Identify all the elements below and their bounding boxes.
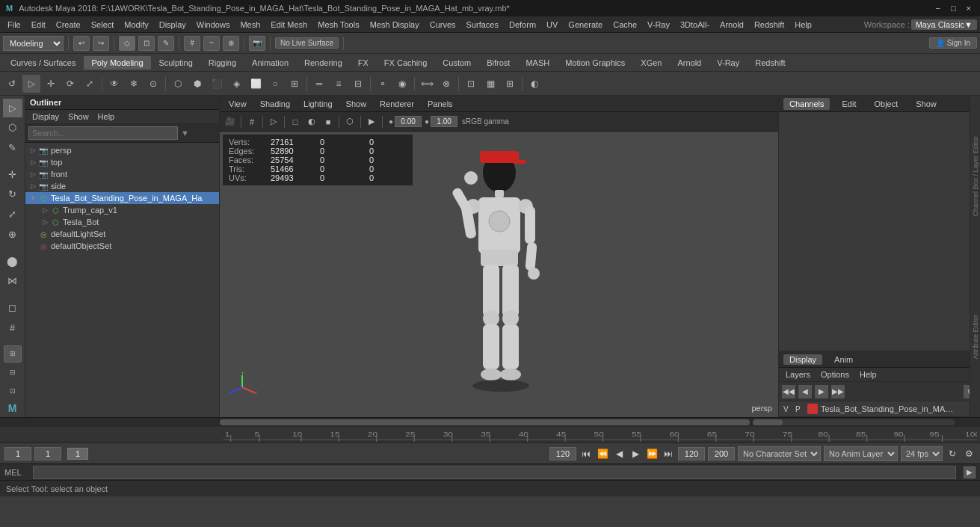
layer-nav-next2[interactable]: ▶▶ [831,385,845,398]
combine-btn[interactable]: ⬡ [169,75,187,93]
render-settings-btn[interactable]: ⊡ [4,382,22,399]
edge-ring-btn[interactable]: ≡ [330,75,348,93]
tab-mash[interactable]: MASH [518,56,557,70]
paint-btn[interactable]: ✎ [158,36,174,51]
tree-item-default-light-set[interactable]: ◎ defaultLightSet [25,228,219,240]
channels-object[interactable]: Object [868,98,904,110]
vp-grid-btn[interactable]: # [244,114,259,129]
anim-settings-btn[interactable]: ⚙ [962,447,976,460]
select-tool-btn[interactable]: ▷ [3,99,22,117]
show-hide-btn[interactable]: 👁 [105,75,123,93]
undo-btn[interactable]: ↩ [73,36,90,51]
current-frame-input[interactable] [4,447,31,460]
mirror-btn[interactable]: ⟺ [418,75,436,93]
tab-curves-surfaces[interactable]: Curves / Surfaces [3,56,83,70]
menu-redshift[interactable]: Redshift [750,19,789,31]
uv-snap-btn[interactable]: ⊞ [501,75,519,93]
menu-edit-mesh[interactable]: Edit Mesh [266,19,312,31]
select-mode-btn[interactable]: ◇ [119,36,135,51]
show-manipulator-btn[interactable]: ◻ [3,298,22,317]
tree-item-trump-cap[interactable]: ▷ ⬡ Trump_cap_v1 [25,204,219,216]
menu-display[interactable]: Display [155,19,191,31]
tab-motion-graphics[interactable]: Motion Graphics [558,56,632,70]
menu-uv[interactable]: UV [542,19,562,31]
grid-settings-btn[interactable]: ⊟ [4,364,22,381]
tab-fx-caching[interactable]: FX Caching [377,56,434,70]
snap-curve-btn[interactable]: ~ [203,36,220,51]
range-end-input[interactable] [549,447,576,460]
char-set-select[interactable]: No Character Set [738,446,821,461]
viewport-canvas[interactable]: Verts: 27161 0 0 Edges: 52890 0 0 Faces:… [220,132,778,417]
menu-vray[interactable]: V-Ray [643,19,674,31]
anim-next-frame-btn[interactable]: ⏩ [645,447,659,460]
minimize-btn[interactable]: − [932,4,943,13]
tab-poly-modeling[interactable]: Poly Modeling [84,56,150,70]
tree-item-front[interactable]: ▷ 📷 front [25,168,219,180]
tl-scroll-thumb[interactable] [220,419,750,425]
layer-item[interactable]: V P Tesla_Bot_Standing_Pose_in_MAGA_Hat [779,401,980,417]
layers-menu-layers[interactable]: Layers [782,369,814,380]
channels-edit[interactable]: Edit [836,98,862,110]
tab-animation[interactable]: Animation [244,56,296,70]
smooth-mesh-btn[interactable]: ◐ [526,75,543,93]
maximize-btn[interactable]: □ [948,4,959,13]
tl-scroll-track[interactable] [220,419,750,425]
uv-layout-btn[interactable]: ▦ [481,75,499,93]
tab-rendering[interactable]: Rendering [297,56,350,70]
sign-in-btn[interactable]: 👤 Sign In [929,37,977,49]
vp-menu-lighting[interactable]: Lighting [298,99,339,109]
search-input[interactable] [28,126,178,140]
center-pivot-btn[interactable]: ⊙ [144,75,162,93]
freeze-btn[interactable]: ❄ [125,75,143,93]
vp-gamma-input[interactable] [431,116,457,127]
anim-loop-btn[interactable]: ↻ [946,447,959,460]
menu-surfaces[interactable]: Surfaces [462,19,503,31]
outliner-menu-help[interactable]: Help [94,111,119,122]
separate-btn[interactable]: ⬢ [188,75,206,93]
layer-playback-toggle[interactable]: P [795,405,804,413]
boolean-btn[interactable]: ⊗ [437,75,455,93]
menu-mesh-tools[interactable]: Mesh Tools [313,19,363,31]
channels-show[interactable]: Show [910,98,943,110]
anim-play-btn[interactable]: ▶ [629,447,642,460]
extrude-btn[interactable]: ⬛ [208,75,226,93]
select-icon-btn[interactable]: ▷ [22,75,40,93]
tab-rigging[interactable]: Rigging [201,56,244,70]
anim-play-next-btn[interactable]: ⏭ [662,447,675,460]
tree-item-side[interactable]: ▷ 📷 side [25,180,219,192]
menu-mesh-display[interactable]: Mesh Display [366,19,424,31]
tree-item-tesla-root[interactable]: ▼ ⬡ Tesla_Bot_Standing_Pose_in_MAGA_Ha [25,192,219,204]
merge-btn[interactable]: ⊞ [286,75,303,93]
menu-mesh[interactable]: Mesh [235,19,265,31]
menu-3dtoall[interactable]: 3DtoAll- [676,19,714,31]
vp-menu-view[interactable]: View [223,99,253,109]
outliner-menu-display[interactable]: Display [28,111,63,122]
search-dropdown-icon[interactable]: ▼ [181,129,189,138]
snap-point-btn[interactable]: ⊕ [223,36,239,51]
scale-icon-btn[interactable]: ⤢ [81,75,99,93]
vp-menu-shading[interactable]: Shading [254,99,296,109]
menu-help[interactable]: Help [790,19,816,31]
refresh-icon-btn[interactable]: ↺ [3,75,21,93]
vp-wireframe-btn[interactable]: □ [288,114,303,129]
menu-cache[interactable]: Cache [608,19,641,31]
tab-custom[interactable]: Custom [435,56,478,70]
fill-hole-btn[interactable]: ○ [266,75,284,93]
workspace-value[interactable]: Maya Classic▼ [911,19,977,30]
vp-smooth-btn[interactable]: ◐ [304,114,319,129]
vp-resolution-btn[interactable]: ⬡ [342,114,357,129]
fps-select[interactable]: 24 fps [901,446,943,461]
mel-input[interactable] [33,466,956,479]
menu-arnold[interactable]: Arnold [715,19,748,31]
edge-loop-btn[interactable]: ═ [310,75,328,93]
layers-menu-help[interactable]: Help [856,369,881,380]
vp-render-btn[interactable]: ▶ [364,114,379,129]
tab-vray[interactable]: V-Ray [709,56,747,70]
mode-select[interactable]: Modeling Rigging Animation FX Rendering [3,36,64,51]
vp-camera-select-btn[interactable]: 🎥 [223,114,238,129]
tab-arnold[interactable]: Arnold [670,56,709,70]
tab-fx[interactable]: FX [351,56,376,70]
channels-tab[interactable]: Channels [783,98,830,110]
layer-nav-prev2[interactable]: ◀ [798,385,812,398]
tab-sculpting[interactable]: Sculpting [152,56,200,70]
